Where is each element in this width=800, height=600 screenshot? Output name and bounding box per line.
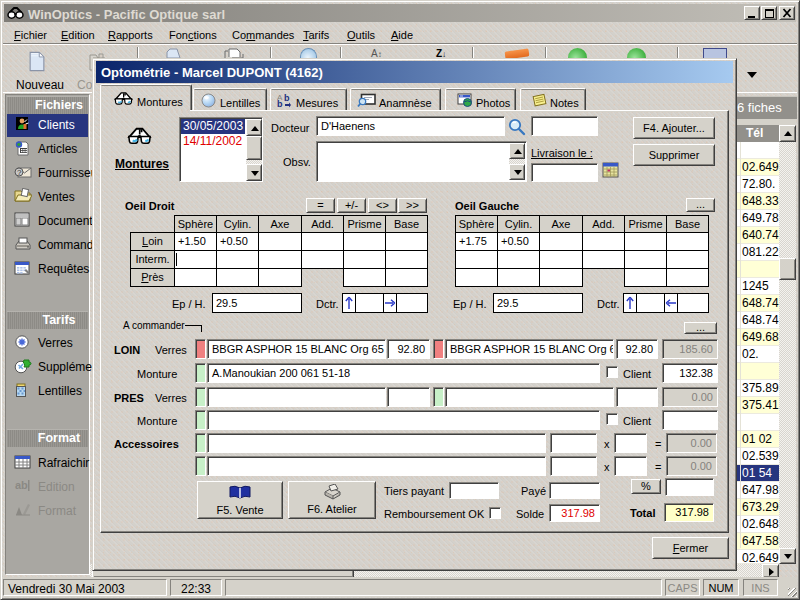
svg-text:b: b <box>284 93 290 103</box>
svg-text:?: ? <box>17 168 22 177</box>
svg-text:b: b <box>277 99 283 108</box>
svg-text:ab: ab <box>15 479 28 491</box>
